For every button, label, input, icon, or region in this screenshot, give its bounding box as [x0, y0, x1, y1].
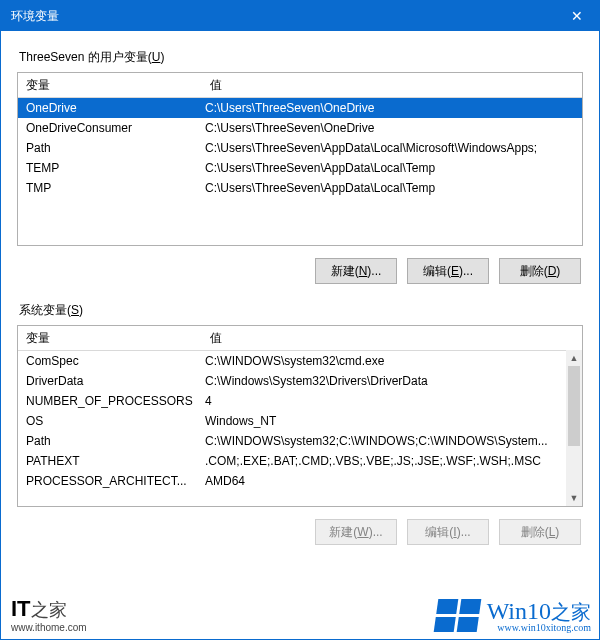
cell-value: C:\Users\ThreeSeven\OneDrive	[201, 121, 582, 135]
user-buttons: 新建(N)... 编辑(E)... 删除(D)	[17, 258, 581, 284]
table-row[interactable]: PathC:\Users\ThreeSeven\AppData\Local\Mi…	[18, 138, 582, 158]
scroll-down-icon[interactable]: ▼	[566, 490, 582, 506]
col-value[interactable]: 值	[202, 73, 582, 97]
titlebar[interactable]: 环境变量 ✕	[1, 1, 599, 31]
cell-value: .COM;.EXE;.BAT;.CMD;.VBS;.VBE;.JS;.JSE;.…	[201, 454, 582, 468]
table-row[interactable]: TMPC:\Users\ThreeSeven\AppData\Local\Tem…	[18, 178, 582, 198]
cell-value: 4	[201, 394, 582, 408]
cell-value: C:\Users\ThreeSeven\AppData\Local\Temp	[201, 181, 582, 195]
cell-value: C:\WINDOWS\system32\cmd.exe	[201, 354, 582, 368]
table-row[interactable]: PATHEXT.COM;.EXE;.BAT;.CMD;.VBS;.VBE;.JS…	[18, 451, 582, 471]
cell-name: TMP	[18, 181, 201, 195]
dialog-body: ThreeSeven 的用户变量(U) 变量 值 OneDriveC:\User…	[1, 31, 599, 545]
close-button[interactable]: ✕	[554, 1, 599, 31]
cell-name: PROCESSOR_ARCHITECT...	[18, 474, 201, 488]
table-row[interactable]: OneDriveC:\Users\ThreeSeven\OneDrive	[18, 98, 582, 118]
table-row[interactable]: TEMPC:\Users\ThreeSeven\AppData\Local\Te…	[18, 158, 582, 178]
cell-value: C:\Users\ThreeSeven\OneDrive	[201, 101, 582, 115]
sys-edit-button[interactable]: 编辑(I)...	[407, 519, 489, 545]
cell-name: PATHEXT	[18, 454, 201, 468]
sys-delete-button[interactable]: 删除(L)	[499, 519, 581, 545]
watermark-left: IT之家 www.ithome.com	[11, 596, 87, 633]
cell-value: C:\WINDOWS\system32;C:\WINDOWS;C:\WINDOW…	[201, 434, 582, 448]
user-new-button[interactable]: 新建(N)...	[315, 258, 397, 284]
watermark-right: Win10之家 www.win10xitong.com	[436, 598, 591, 633]
windows-logo-icon	[433, 599, 481, 632]
table-row[interactable]: ComSpecC:\WINDOWS\system32\cmd.exe	[18, 351, 582, 371]
table-row[interactable]: PROCESSOR_ARCHITECT...AMD64	[18, 471, 582, 491]
watermark-right-url: www.win10xitong.com	[487, 622, 591, 633]
window-title: 环境变量	[11, 8, 59, 25]
sys-vars-label: 系统变量(S)	[19, 302, 583, 319]
close-icon: ✕	[571, 8, 583, 24]
sys-new-button[interactable]: 新建(W)...	[315, 519, 397, 545]
cell-name: OneDriveConsumer	[18, 121, 201, 135]
watermark-left-url: www.ithome.com	[11, 622, 87, 633]
cell-name: ComSpec	[18, 354, 201, 368]
sys-buttons: 新建(W)... 编辑(I)... 删除(L)	[17, 519, 581, 545]
cell-name: NUMBER_OF_PROCESSORS	[18, 394, 201, 408]
sys-vars-table[interactable]: 变量 值 ComSpecC:\WINDOWS\system32\cmd.exeD…	[17, 325, 583, 507]
user-vars-table[interactable]: 变量 值 OneDriveC:\Users\ThreeSeven\OneDriv…	[17, 72, 583, 246]
user-vars-label: ThreeSeven 的用户变量(U)	[19, 49, 583, 66]
cell-name: Path	[18, 141, 201, 155]
col-value[interactable]: 值	[202, 326, 582, 350]
user-delete-button[interactable]: 删除(D)	[499, 258, 581, 284]
sys-header[interactable]: 变量 值	[18, 326, 582, 351]
table-row[interactable]: PathC:\WINDOWS\system32;C:\WINDOWS;C:\WI…	[18, 431, 582, 451]
table-row[interactable]: OneDriveConsumerC:\Users\ThreeSeven\OneD…	[18, 118, 582, 138]
cell-name: OneDrive	[18, 101, 201, 115]
cell-name: Path	[18, 434, 201, 448]
cell-value: AMD64	[201, 474, 582, 488]
table-row[interactable]: DriverDataC:\Windows\System32\Drivers\Dr…	[18, 371, 582, 391]
user-edit-button[interactable]: 编辑(E)...	[407, 258, 489, 284]
cell-value: C:\Windows\System32\Drivers\DriverData	[201, 374, 582, 388]
env-vars-dialog: 环境变量 ✕ ThreeSeven 的用户变量(U) 变量 值 OneDrive…	[0, 0, 600, 640]
cell-name: TEMP	[18, 161, 201, 175]
cell-name: OS	[18, 414, 201, 428]
scroll-track[interactable]	[566, 366, 582, 490]
scroll-up-icon[interactable]: ▲	[566, 350, 582, 366]
cell-value: C:\Users\ThreeSeven\AppData\Local\Temp	[201, 161, 582, 175]
table-row[interactable]: NUMBER_OF_PROCESSORS4	[18, 391, 582, 411]
cell-value: C:\Users\ThreeSeven\AppData\Local\Micros…	[201, 141, 582, 155]
cell-name: DriverData	[18, 374, 201, 388]
cell-value: Windows_NT	[201, 414, 582, 428]
scroll-thumb[interactable]	[568, 366, 580, 446]
sys-scrollbar[interactable]: ▲ ▼	[566, 350, 582, 506]
table-row[interactable]: OSWindows_NT	[18, 411, 582, 431]
col-variable[interactable]: 变量	[18, 326, 202, 350]
user-header[interactable]: 变量 值	[18, 73, 582, 98]
col-variable[interactable]: 变量	[18, 73, 202, 97]
